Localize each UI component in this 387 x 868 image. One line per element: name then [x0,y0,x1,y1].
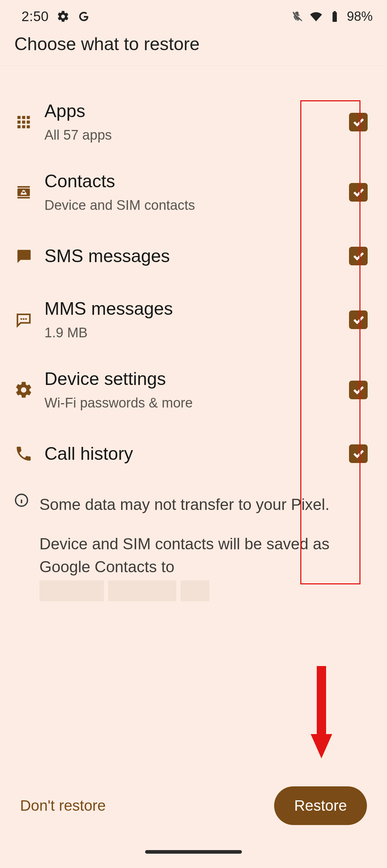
divider [0,65,387,66]
restore-list: Apps All 57 apps Contacts Device and SIM… [0,87,387,482]
info-block: Some data may not transfer to your Pixel… [0,482,387,618]
page-title: Choose what to restore [0,34,387,65]
row-apps[interactable]: Apps All 57 apps [14,87,373,157]
info-icon [14,493,29,618]
row-mms-title: MMS messages [44,299,344,319]
row-sms[interactable]: SMS messages [14,227,373,285]
redacted-email-3 [181,580,209,601]
row-call-history-title: Call history [44,444,344,464]
google-g-icon [77,10,90,23]
row-call-history-checkbox[interactable] [349,444,368,463]
bottom-bar: Don't restore Restore [0,786,387,825]
row-contacts[interactable]: Contacts Device and SIM contacts [14,157,373,227]
svg-marker-2 [311,734,332,758]
battery-icon [328,10,341,23]
row-device-settings-sub: Wi-Fi passwords & more [44,395,344,411]
row-mms-checkbox[interactable] [349,310,368,329]
row-contacts-sub: Device and SIM contacts [44,198,344,213]
row-mms-sub: 1.9 MB [44,325,344,341]
status-time: 2:50 [22,9,49,24]
row-call-history[interactable]: Call history [14,425,373,482]
apps-icon [14,113,43,131]
info-line-1: Some data may not transfer to your Pixel… [39,493,373,516]
status-bar: 2:50 98% [0,0,387,33]
row-contacts-checkbox[interactable] [349,183,368,202]
redacted-email-1 [39,580,104,601]
redacted-email-2 [108,580,176,601]
row-device-settings-checkbox[interactable] [349,381,368,399]
row-apps-checkbox[interactable] [349,113,368,131]
wifi-icon [310,10,322,23]
gear-icon [57,10,70,23]
sms-icon [14,247,43,265]
mms-icon [14,310,43,329]
row-apps-title: Apps [44,101,344,121]
mute-icon [291,10,304,23]
battery-percent: 98% [347,9,373,24]
home-indicator[interactable] [145,850,242,854]
row-apps-sub: All 57 apps [44,127,344,143]
phone-icon [14,444,43,463]
row-sms-checkbox[interactable] [349,247,368,265]
row-device-settings-title: Device settings [44,369,344,389]
info-line-2: Device and SIM contacts will be saved as… [39,535,330,575]
row-contacts-title: Contacts [44,172,344,191]
annotation-arrow-icon [309,666,334,759]
row-mms[interactable]: MMS messages 1.9 MB [14,285,373,355]
restore-button[interactable]: Restore [274,786,367,825]
dont-restore-button[interactable]: Don't restore [20,797,106,814]
contacts-icon [14,183,43,202]
row-sms-title: SMS messages [44,246,344,266]
gear-icon [14,381,43,399]
row-device-settings[interactable]: Device settings Wi-Fi passwords & more [14,355,373,425]
